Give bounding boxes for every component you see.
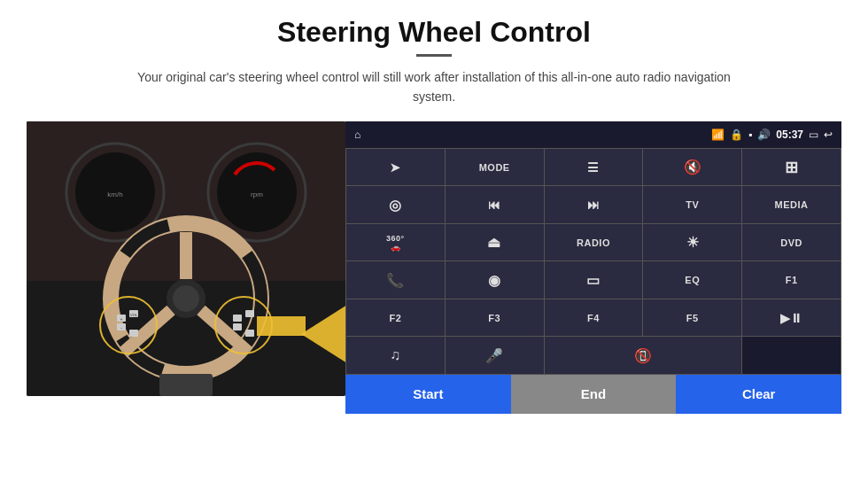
music-icon: ♫: [390, 347, 401, 363]
svg-point-11: [173, 285, 199, 312]
back-icon: ↩: [824, 128, 833, 141]
lock-icon: 🔒: [730, 128, 743, 141]
mute-button[interactable]: 🔇: [643, 149, 741, 186]
list-button[interactable]: ☰: [545, 149, 643, 186]
mic-button[interactable]: 🎤: [446, 337, 544, 374]
target-icon: ◎: [389, 197, 402, 214]
next-button[interactable]: ⏭: [545, 186, 643, 223]
f2-label: F2: [389, 313, 401, 323]
tv-button[interactable]: TV: [643, 186, 741, 223]
svg-rect-27: [245, 330, 254, 337]
page-container: Steering Wheel Control Your original car…: [0, 0, 868, 482]
mode-button[interactable]: MODE: [446, 149, 544, 186]
cam360-icon: 360°🚗: [386, 234, 405, 252]
nav-icon: ◉: [488, 272, 501, 289]
svg-text:rpm: rpm: [251, 190, 263, 198]
svg-rect-20: [129, 330, 138, 337]
eject-button[interactable]: ⏏: [446, 224, 544, 261]
f4-button[interactable]: F4: [545, 299, 643, 337]
home-icon: ⌂: [354, 128, 360, 141]
svg-rect-25: [233, 323, 242, 330]
bright-button[interactable]: ☀: [643, 224, 741, 261]
screen-icon: ▭: [809, 128, 818, 141]
eq-button[interactable]: EQ: [643, 261, 741, 299]
mic-icon: 🎤: [485, 347, 504, 364]
list-icon: ☰: [587, 160, 600, 175]
f5-label: F5: [686, 313, 699, 323]
status-time: 05:37: [776, 128, 803, 141]
rect-button[interactable]: ▭: [545, 261, 643, 299]
media-button[interactable]: MEDIA: [742, 186, 841, 223]
page-title: Steering Wheel Control: [277, 16, 591, 49]
content-area: km/h rpm: [27, 121, 841, 414]
radio-button[interactable]: RADIO: [545, 224, 643, 261]
target-button[interactable]: ◎: [346, 186, 445, 223]
next-icon: ⏭: [587, 198, 601, 212]
f2-button[interactable]: F2: [346, 299, 445, 337]
sim-icon: ▪: [748, 128, 752, 141]
start-button[interactable]: Start: [345, 375, 511, 414]
status-left: ⌂: [354, 128, 360, 141]
bt-icon: 🔊: [757, 128, 771, 141]
f3-button[interactable]: F3: [446, 299, 544, 337]
send-icon: ➤: [390, 160, 401, 175]
eject-icon: ⏏: [487, 234, 501, 251]
page-subtitle: Your original car's steering wheel contr…: [124, 67, 744, 107]
f3-label: F3: [488, 313, 500, 323]
svg-rect-24: [233, 315, 242, 322]
bright-icon: ☀: [686, 234, 700, 251]
svg-rect-26: [245, 310, 254, 317]
mode-label: MODE: [479, 162, 510, 173]
eq-label: EQ: [685, 275, 700, 285]
send-button[interactable]: ➤: [346, 149, 445, 186]
apps-icon: ⊞: [785, 158, 799, 177]
f1-button[interactable]: F1: [742, 261, 841, 299]
dvd-button[interactable]: DVD: [742, 224, 841, 261]
panel-grid: ➤ MODE ☰ 🔇 ⊞ ◎ ⏮: [345, 148, 841, 375]
music-button[interactable]: ♫: [346, 337, 445, 374]
prev-icon: ⏮: [488, 198, 501, 212]
apps-button[interactable]: ⊞: [742, 149, 841, 186]
cam360-button[interactable]: 360°🚗: [346, 224, 445, 261]
playpause-icon: ▶⏸: [780, 311, 803, 325]
phone-button[interactable]: 📞: [346, 261, 445, 299]
phone-icon: 📞: [386, 272, 405, 289]
status-right: 📶 🔒 ▪ 🔊 05:37 ▭ ↩: [711, 128, 833, 141]
svg-text:+: +: [120, 316, 123, 322]
tv-label: TV: [686, 199, 699, 210]
panel-statusbar: ⌂ 📶 🔒 ▪ 🔊 05:37 ▭ ↩: [345, 121, 841, 148]
prev-button[interactable]: ⏮: [446, 186, 544, 223]
wifi-icon: 📶: [711, 128, 725, 141]
svg-text:km/h: km/h: [107, 190, 122, 198]
radio-label: RADIO: [577, 237, 610, 248]
steering-wheel-image: km/h rpm: [27, 121, 345, 396]
nav-button[interactable]: ◉: [446, 261, 544, 299]
dvd-label: DVD: [780, 237, 802, 248]
f5-button[interactable]: F5: [643, 299, 741, 337]
svg-rect-30: [159, 374, 213, 396]
control-panel: ⌂ 📶 🔒 ▪ 🔊 05:37 ▭ ↩ ➤: [345, 121, 841, 414]
title-divider: [416, 54, 452, 57]
mute-icon: 🔇: [684, 159, 702, 175]
hangup-icon: 📵: [634, 347, 653, 364]
f4-label: F4: [587, 313, 600, 323]
bottom-buttons: Start End Clear: [345, 375, 841, 414]
clear-button[interactable]: Clear: [676, 375, 841, 414]
svg-rect-29: [257, 316, 306, 336]
media-label: MEDIA: [775, 199, 809, 210]
rect-icon: ▭: [586, 272, 601, 289]
playpause-button[interactable]: ▶⏸: [742, 299, 841, 337]
f1-label: F1: [786, 275, 798, 285]
end-button[interactable]: End: [511, 375, 677, 414]
svg-text:VOL: VOL: [130, 313, 138, 317]
hangup-button[interactable]: 📵: [545, 337, 742, 374]
